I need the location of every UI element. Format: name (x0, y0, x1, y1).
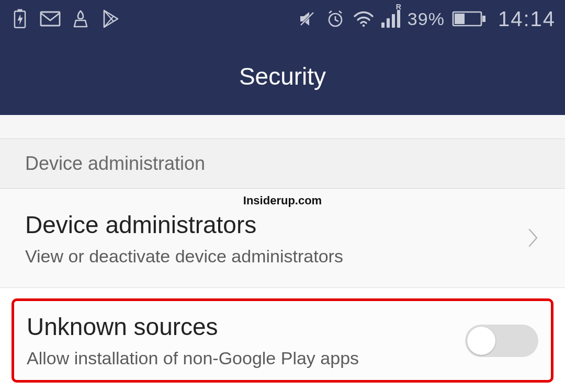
alarm-icon (325, 8, 346, 29)
chevron-right-icon (526, 226, 540, 251)
svg-rect-9 (455, 14, 465, 24)
status-left-group (9, 8, 121, 29)
row-subtitle: Allow installation of non-Google Play ap… (27, 348, 359, 368)
roaming-badge: R (396, 3, 401, 11)
battery-charging-icon (9, 8, 30, 29)
cell-signal-icon: R (381, 8, 400, 29)
section-header-device-admin: Device administration (0, 139, 565, 189)
section-header-label: Device administration (25, 153, 205, 174)
row-title: Unknown sources (27, 313, 359, 341)
status-right-group: R 39% 14:14 (297, 7, 556, 31)
battery-level-icon (452, 8, 487, 29)
row-unknown-sources[interactable]: Unknown sources Allow installation of no… (12, 298, 553, 383)
svg-rect-8 (482, 16, 485, 22)
theme-brush-icon (70, 8, 91, 29)
svg-point-6 (363, 25, 365, 27)
status-clock: 14:14 (498, 7, 556, 31)
mute-icon (297, 8, 318, 29)
row-title: Device administrators (25, 211, 343, 239)
battery-percentage: 39% (408, 9, 445, 29)
row-device-administrators[interactable]: Device administrators View or deactivate… (0, 209, 565, 288)
app-bar: Security (0, 38, 565, 115)
svg-rect-2 (41, 12, 60, 26)
toggle-thumb (467, 327, 495, 355)
page-title: Security (239, 62, 326, 90)
status-bar: R 39% 14:14 (0, 0, 565, 38)
gmail-icon (40, 8, 61, 29)
spacer (0, 115, 565, 139)
wifi-icon (353, 8, 374, 29)
watermark-text: Insiderup.com (0, 189, 565, 209)
play-store-icon (100, 8, 121, 29)
svg-rect-1 (18, 9, 22, 11)
row-subtitle: View or deactivate device administrators (25, 246, 343, 267)
unknown-sources-toggle[interactable] (465, 325, 538, 357)
